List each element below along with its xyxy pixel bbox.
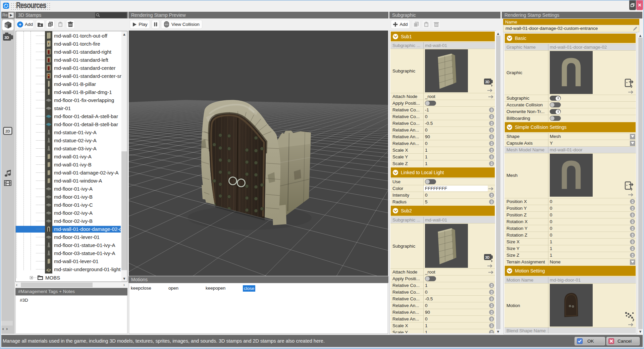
svg-text:3D: 3D — [485, 256, 490, 259]
svg-text:2D: 2D — [5, 129, 10, 133]
svg-text:3D: 3D — [485, 80, 490, 84]
svg-text:3D: 3D — [4, 36, 9, 40]
